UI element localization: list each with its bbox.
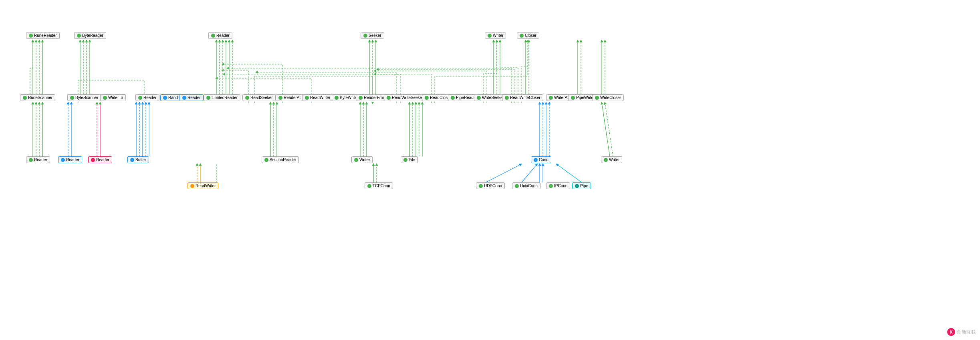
rune-scanner-icon [23, 96, 27, 100]
node-writer-to: WriterTo [100, 94, 126, 101]
node-writer-top: Writer [485, 32, 506, 39]
writer-top-icon [488, 34, 492, 38]
writer-bot2-label: Writer [609, 158, 619, 162]
byte-reader-icon [77, 34, 81, 38]
watermark-logo: K [947, 328, 955, 336]
conn-label: Conn [539, 158, 548, 162]
node-writer-at: WriterAt [546, 94, 571, 101]
node-read-writer: ReadWriter [302, 94, 333, 101]
node-closer-top: Closer [517, 32, 539, 39]
rune-reader-label: RuneReader [34, 33, 57, 38]
write-closer-label: WriteCloser [600, 95, 621, 100]
limited-reader-label: LimitedReader [212, 95, 238, 100]
node-reader-bot1: Reader [26, 156, 50, 163]
reader-bot2-icon [61, 158, 65, 162]
seeker-top-icon [363, 34, 367, 38]
read-writer-label: ReadWriter [310, 95, 330, 100]
node-rune-reader: RuneReader [26, 32, 60, 39]
reader-mid2-icon [182, 96, 186, 100]
pipe-reader-icon [451, 96, 455, 100]
closer-top-label: Closer [525, 33, 536, 38]
reader-from-icon [359, 96, 363, 100]
rune-scanner-label: RuneScanner [28, 95, 52, 100]
node-reader-top: Reader [208, 32, 232, 39]
ip-conn-label: IPConn [554, 184, 567, 188]
udp-conn-icon [479, 184, 483, 188]
svg-line-56 [557, 164, 582, 182]
read-writer-bot-icon [190, 184, 194, 188]
closer-top-icon [520, 34, 524, 38]
node-read-write-seeker: ReadWriteSeeker [384, 94, 426, 101]
node-read-seeker: ReadSeeker [242, 94, 276, 101]
node-read-writer-bot: ReadWriter [188, 182, 218, 189]
node-limited-reader: LimitedReader [204, 94, 240, 101]
section-reader-icon [264, 158, 268, 162]
read-writer-bot-label: ReadWriter [196, 184, 216, 188]
svg-line-64 [605, 103, 613, 156]
read-write-seeker-icon [387, 96, 391, 100]
writer-bot2-icon [604, 158, 608, 162]
reader-at-icon [278, 96, 282, 100]
diagram-container: RuneReader ByteReader Reader Seeker Writ… [0, 0, 980, 340]
node-reader-bot3: Reader [88, 156, 112, 163]
buffer-label: Buffer [135, 158, 146, 162]
byte-reader-label: ByteReader [82, 33, 103, 38]
write-seeker-label: WriteSeeker [482, 95, 504, 100]
node-reader-at: ReaderAt [276, 94, 303, 101]
pipe-writer-icon [571, 96, 575, 100]
node-pipe: Pipe [572, 182, 591, 189]
node-rune-scanner: RuneScanner [20, 94, 55, 101]
node-reader-mid: Reader [135, 94, 159, 101]
node-writer-bot2: Writer [601, 156, 622, 163]
node-udp-conn: UDPConn [476, 182, 505, 189]
rand-mid-icon [163, 96, 167, 100]
writer-at-label: WriterAt [554, 95, 569, 100]
reader-at-label: ReaderAt [284, 95, 300, 100]
svg-line-53 [522, 164, 537, 182]
node-seeker-top: Seeker [361, 32, 384, 39]
ip-conn-icon [549, 184, 553, 188]
read-seeker-label: ReadSeeker [250, 95, 273, 100]
file-icon [403, 158, 407, 162]
node-buffer: Buffer [127, 156, 149, 163]
conn-icon [534, 158, 538, 162]
byte-writer-icon [335, 96, 339, 100]
writer-at-icon [549, 96, 553, 100]
svg-line-52 [486, 164, 521, 182]
node-writer-bot: Writer [351, 156, 373, 163]
byte-scanner-label: ByteScanner [75, 95, 98, 100]
udp-conn-label: UDPConn [484, 184, 502, 188]
byte-scanner-icon [70, 96, 74, 100]
node-read-write-closer: ReadWriteCloser [502, 94, 543, 101]
reader-bot1-label: Reader [34, 158, 47, 162]
reader-top-icon [211, 34, 215, 38]
arrows-svg [0, 0, 980, 340]
read-write-seeker-label: ReadWriteSeeker [392, 95, 423, 100]
node-section-reader: SectionReader [262, 156, 299, 163]
limited-reader-icon [206, 96, 210, 100]
node-tcp-conn: TCPConn [365, 182, 393, 189]
tcp-conn-icon [367, 184, 371, 188]
node-unix-conn: UnixConn [512, 182, 540, 189]
section-reader-label: SectionReader [270, 158, 296, 162]
read-closer-icon [425, 96, 429, 100]
file-label: File [409, 158, 415, 162]
node-ip-conn: IPConn [546, 182, 570, 189]
rand-mid-label: Rand [168, 95, 178, 100]
node-file: File [401, 156, 418, 163]
pipe-label: Pipe [580, 184, 588, 188]
reader-bot3-icon [91, 158, 95, 162]
unix-conn-label: UnixConn [520, 184, 538, 188]
read-write-closer-label: ReadWriteCloser [510, 95, 540, 100]
writer-to-label: WriterTo [108, 95, 123, 100]
reader-mid-icon [138, 96, 142, 100]
node-reader-mid2: Reader [179, 94, 204, 101]
watermark-text: 创新互联 [957, 329, 976, 336]
node-reader-bot2: Reader [58, 156, 82, 163]
pipe-icon [575, 184, 579, 188]
node-conn: Conn [531, 156, 551, 163]
reader-mid2-label: Reader [188, 95, 201, 100]
watermark: K 创新互联 [947, 328, 976, 336]
buffer-icon [130, 158, 134, 162]
reader-top-label: Reader [216, 33, 230, 38]
